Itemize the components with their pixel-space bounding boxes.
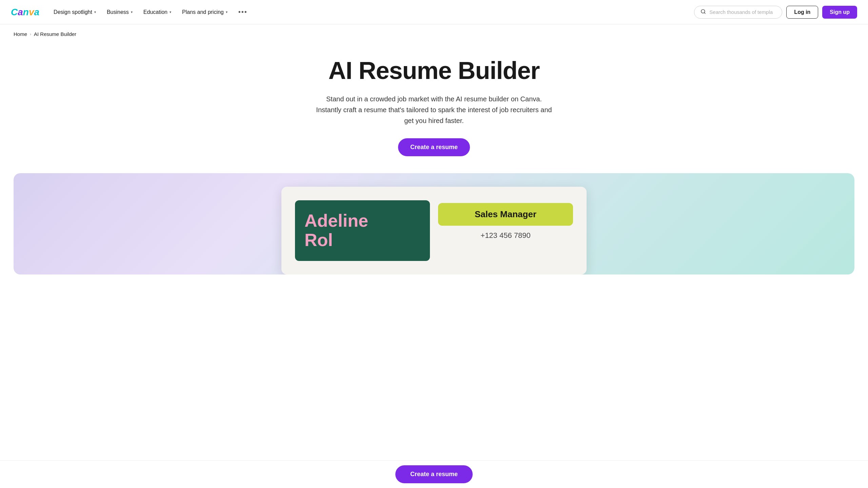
sticky-bottom-bar: Create a resume xyxy=(0,460,868,488)
resume-name: Adeline Rol xyxy=(304,211,420,250)
resume-job-title: Sales Manager xyxy=(438,203,573,226)
navbar: Canva Design spotlight ▾ Business ▾ Educ… xyxy=(0,0,868,24)
hero-section: AI Resume Builder Stand out in a crowded… xyxy=(0,44,868,173)
chevron-down-icon: ▾ xyxy=(94,10,96,14)
breadcrumb-separator: › xyxy=(30,32,31,37)
nav-item-design-spotlight[interactable]: Design spotlight ▾ xyxy=(49,6,101,18)
create-resume-sticky-button[interactable]: Create a resume xyxy=(395,465,473,483)
nav-label-business: Business xyxy=(107,9,129,15)
hero-subtitle: Stand out in a crowded job market with t… xyxy=(315,94,553,126)
nav-items: Design spotlight ▾ Business ▾ Education … xyxy=(49,5,693,19)
search-bar[interactable]: Search thousands of templa xyxy=(694,6,782,19)
resume-preview-card: Adeline Rol Sales Manager +123 456 7890 xyxy=(281,187,587,274)
nav-label-design-spotlight: Design spotlight xyxy=(54,9,92,15)
resume-preview-section: Adeline Rol Sales Manager +123 456 7890 xyxy=(14,173,854,274)
resume-right-panel: Sales Manager +123 456 7890 xyxy=(438,200,573,261)
nav-label-education: Education xyxy=(143,9,167,15)
resume-left-panel: Adeline Rol xyxy=(295,200,430,261)
resume-phone: +123 456 7890 xyxy=(438,231,573,240)
create-resume-button[interactable]: Create a resume xyxy=(398,138,470,156)
nav-item-education[interactable]: Education ▾ xyxy=(139,6,176,18)
breadcrumb-current: AI Resume Builder xyxy=(34,31,76,37)
breadcrumb: Home › AI Resume Builder xyxy=(0,24,868,44)
chevron-down-icon: ▾ xyxy=(226,10,228,14)
nav-item-plans-pricing[interactable]: Plans and pricing ▾ xyxy=(177,6,232,18)
breadcrumb-home[interactable]: Home xyxy=(14,31,27,37)
search-icon xyxy=(701,9,706,16)
login-button[interactable]: Log in xyxy=(786,6,818,19)
hero-title: AI Resume Builder xyxy=(14,57,854,84)
search-placeholder: Search thousands of templa xyxy=(709,9,773,15)
nav-item-business[interactable]: Business ▾ xyxy=(102,6,137,18)
signup-button[interactable]: Sign up xyxy=(822,6,857,19)
logo-text: Canva xyxy=(11,7,39,17)
chevron-down-icon: ▾ xyxy=(170,10,171,14)
nav-label-plans-pricing: Plans and pricing xyxy=(182,9,224,15)
more-menu-button[interactable]: ••• xyxy=(234,5,252,19)
svg-line-1 xyxy=(704,13,705,14)
chevron-down-icon: ▾ xyxy=(131,10,133,14)
nav-right: Search thousands of templa Log in Sign u… xyxy=(694,6,857,19)
logo[interactable]: Canva xyxy=(11,7,39,18)
